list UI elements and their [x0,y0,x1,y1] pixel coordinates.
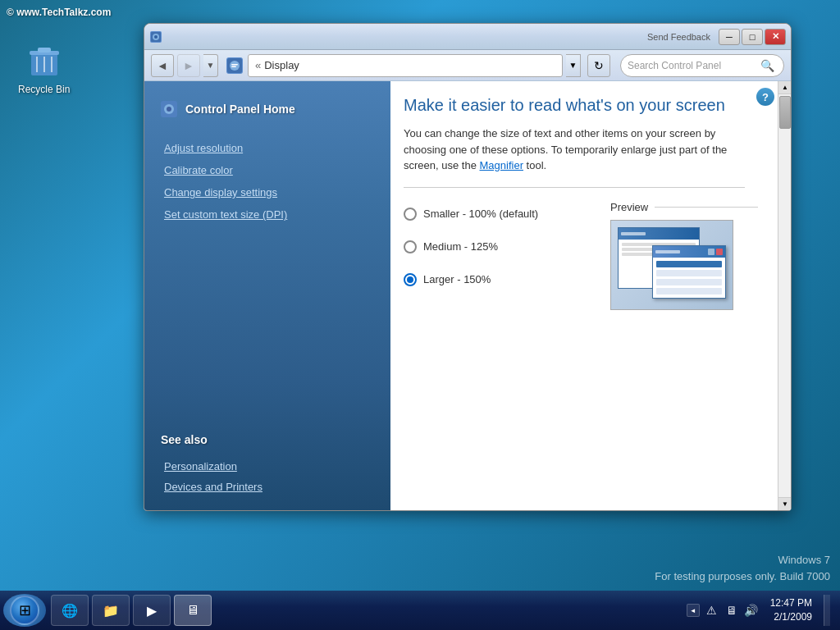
address-bar[interactable]: « Display [248,54,563,77]
preview-list-item [656,261,722,267]
sidebar: Control Panel Home Adjust resolution Cal… [144,81,390,510]
forward-button[interactable]: ► [177,54,200,77]
address-bar-icon [225,56,244,75]
radio-larger-label: Larger - 150% [423,273,491,285]
svg-rect-2 [38,48,51,52]
preview-label: Preview [610,201,758,213]
radio-medium[interactable]: Medium - 125% [404,240,594,253]
navigation-bar: ◄ ► ▼ « Display ▼ ↻ Search Control Panel… [144,50,791,81]
description-end: tool. [527,159,547,171]
tray-expand-button[interactable]: ◄ [687,604,700,617]
radio-larger[interactable]: Larger - 150% [404,273,594,286]
preview-area: Preview [610,201,758,310]
radio-medium-label: Medium - 125% [423,240,498,253]
preview-list-item [656,270,722,276]
preview-window-title-1 [619,228,699,240]
radio-larger-circle [404,273,417,286]
address-prefix: « [255,59,261,71]
explorer-icon: 📁 [103,602,119,619]
preview-list [653,258,725,298]
taskbar-ie-button[interactable]: 🌐 [51,595,89,626]
system-tray: ◄ ⚠ 🖥 🔊 12:47 PM 2/1/2009 [680,595,837,626]
taskbar-explorer-button[interactable]: 📁 [92,595,130,626]
taskbar: ⊞ 🌐 📁 ▶ 🖥 ◄ ⚠ 🖥 🔊 12:47 PM 2/1/2009 [0,591,840,630]
search-icon[interactable]: 🔍 [757,56,777,75]
page-title: Make it easier to read what's on your sc… [404,94,758,116]
preview-image [610,220,733,310]
radio-smaller[interactable]: Smaller - 100% (default) [404,208,594,221]
content-inner: Make it easier to read what's on your sc… [390,81,778,323]
sidebar-item-devices-printers[interactable]: Devices and Printers [144,477,390,497]
nav-dropdown-button[interactable]: ▼ [203,54,218,77]
control-panel-home-icon [161,101,177,117]
taskbar-controlpanel-button[interactable]: 🖥 [174,595,212,626]
preview-window-title-2 [653,246,725,258]
preview-window-2 [652,245,726,299]
address-dropdown-button[interactable]: ▼ [566,54,581,77]
recycle-bin-icon [25,41,64,80]
minimize-button[interactable]: ─ [719,29,740,45]
sidebar-item-change-display[interactable]: Change display settings [144,181,390,203]
scrollbar-down[interactable]: ▼ [778,497,791,510]
recycle-bin-label: Recycle Bin [18,84,70,95]
tray-network-icon[interactable]: 🖥 [724,603,739,618]
win7-line1: Windows 7 [655,552,830,568]
sidebar-item-calibrate-color[interactable]: Calibrate color [144,159,390,181]
title-bar: Send Feedback ─ □ ✕ [144,24,791,50]
clock[interactable]: 12:47 PM 2/1/2009 [764,596,819,624]
ie-icon: 🌐 [62,602,78,619]
address-text: Display [264,59,299,71]
search-placeholder: Search Control Panel [628,60,721,71]
magnifier-link[interactable]: Magnifier [480,159,523,171]
controlpanel-icon: 🖥 [185,602,201,619]
sidebar-item-adjust-resolution[interactable]: Adjust resolution [144,137,390,159]
svg-point-17 [167,107,171,112]
svg-point-12 [230,61,240,71]
content-divider [404,187,745,188]
main-content: Control Panel Home Adjust resolution Cal… [144,81,791,510]
win7-watermark: Windows 7 For testing purposes only. Bui… [655,552,830,584]
page-description: You can change the size of text and othe… [404,126,758,174]
clock-date: 2/1/2009 [770,610,812,624]
mediaplayer-icon: ▶ [144,602,160,619]
scrollbar[interactable]: ▲ ▼ [778,81,791,510]
win7-line2: For testing purposes only. Build 7000 [655,568,830,585]
tray-warning-icon[interactable]: ⚠ [705,603,719,618]
maximize-button[interactable]: □ [742,29,763,45]
recycle-bin[interactable]: Recycle Bin [18,41,70,95]
content-panel: ? Make it easier to read what's on your … [390,81,791,510]
radio-list: Smaller - 100% (default) Medium - 125% L… [404,201,594,310]
title-bar-left [149,30,162,43]
scrollbar-up[interactable]: ▲ [778,81,791,94]
window-icon [149,30,162,43]
sidebar-home-link[interactable]: Control Panel Home [144,94,390,124]
sidebar-item-custom-dpi[interactable]: Set custom text size (DPI) [144,203,390,226]
preview-list-item [656,288,722,294]
back-button[interactable]: ◄ [151,54,174,77]
scrollbar-thumb[interactable] [779,96,791,129]
tray-volume-icon[interactable]: 🔊 [744,603,759,618]
radio-smaller-circle [404,208,417,221]
control-panel-window: Send Feedback ─ □ ✕ ◄ ► ▼ « Display ▼ ↻ … [144,23,792,511]
sidebar-home-label: Control Panel Home [185,103,295,116]
start-button[interactable]: ⊞ [3,594,46,627]
sidebar-item-personalization[interactable]: Personalization [144,456,390,477]
svg-rect-14 [231,66,236,67]
preview-list-item [656,279,722,285]
start-orb: ⊞ [10,596,39,625]
send-feedback-link[interactable]: Send Feedback [647,32,710,42]
radio-medium-circle [404,240,417,253]
taskbar-mediaplayer-button[interactable]: ▶ [133,595,171,626]
help-button[interactable]: ? [756,88,774,106]
clock-time: 12:47 PM [770,596,812,610]
radio-options: Smaller - 100% (default) Medium - 125% L… [404,201,758,310]
svg-rect-13 [231,64,238,66]
close-button[interactable]: ✕ [765,29,786,45]
radio-smaller-label: Smaller - 100% (default) [423,208,538,220]
title-bar-controls: Send Feedback ─ □ ✕ [647,29,786,45]
watermark: © www.TechTalkz.com [7,7,111,18]
refresh-button[interactable]: ↻ [587,54,610,77]
see-also-title: See also [144,427,390,453]
show-desktop-button[interactable] [824,595,830,626]
search-bar[interactable]: Search Control Panel 🔍 [620,54,784,77]
